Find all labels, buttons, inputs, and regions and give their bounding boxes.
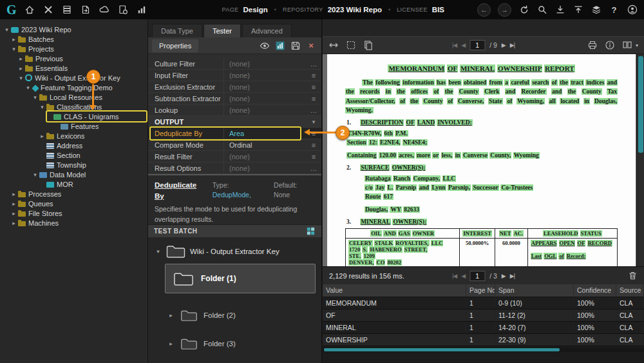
tab-tester[interactable]: Tester	[204, 24, 241, 37]
property-row-result-filter[interactable]: Result Filter(none)≡	[148, 151, 321, 162]
download-icon[interactable]	[554, 5, 565, 15]
expand-icon[interactable]: ▸	[39, 133, 46, 139]
ellipsis-icon[interactable]: …	[306, 164, 321, 172]
refresh-icon[interactable]	[518, 5, 529, 15]
batch-grid-icon[interactable]	[306, 226, 316, 236]
property-value[interactable]: (none)	[224, 93, 306, 104]
copy-pages-icon[interactable]	[363, 40, 374, 50]
tree-item-projects[interactable]: ▾Projects	[0, 44, 147, 54]
expand-icon[interactable]: ▸	[17, 55, 24, 62]
export-icon[interactable]	[80, 5, 91, 15]
home-icon[interactable]	[24, 5, 35, 15]
tree-item-features[interactable]: Features	[0, 121, 147, 131]
results-row[interactable]: MEMORANDUM10-9 (10)100%CLA	[323, 297, 644, 309]
next-result-page-icon[interactable]: ▶	[502, 273, 506, 279]
tree-item-2023-wiki-repo[interactable]: ▾2023 Wiki Repo	[0, 25, 147, 34]
property-value[interactable]: (none)	[224, 70, 306, 81]
tree-item-processes[interactable]: ▸Processes	[0, 189, 147, 199]
results-h-scrollbar[interactable]	[323, 348, 644, 352]
property-value[interactable]: (none)	[224, 58, 306, 69]
fit-width-icon[interactable]	[328, 40, 339, 50]
results-row[interactable]: MINERAL114-20 (7)100%CLA	[323, 322, 644, 334]
close-icon[interactable]: ×	[306, 41, 316, 51]
ellipsis-icon[interactable]: …	[306, 60, 321, 68]
tree-item-section[interactable]: Section	[0, 150, 147, 160]
results-row[interactable]: OF111-12 (2)100%CLA	[323, 309, 644, 322]
last-result-page-icon[interactable]: ▶|	[510, 273, 515, 279]
test-batch-folder-3[interactable]: ▸Folder (3)	[167, 337, 316, 350]
tree-item-queues[interactable]: ▸Queues	[0, 199, 147, 208]
menu-icon[interactable]: ≡	[306, 153, 321, 161]
property-row-culture-filter[interactable]: Culture Filter(none)…	[148, 58, 321, 70]
tree-item-address[interactable]: Address	[0, 141, 147, 150]
property-row-result-options[interactable]: Result Options(none)…	[148, 162, 321, 174]
tree-item-local-resources[interactable]: ▾Local Resources	[0, 92, 147, 102]
property-row-subtraction-extractor[interactable]: Subtraction Extractor(none)≡	[148, 93, 321, 104]
tree-item-township[interactable]: Township	[0, 160, 147, 170]
process-icon[interactable]	[118, 5, 129, 15]
expand-icon[interactable]: ▸	[10, 191, 17, 197]
scrollbar-thumb[interactable]	[324, 348, 560, 351]
collapse-icon[interactable]: ▾	[17, 75, 24, 81]
repository-value[interactable]: 2023 Wiki Repo	[328, 6, 382, 14]
menu-icon[interactable]: ≡	[306, 83, 321, 91]
tab-advanced[interactable]: Advanced	[242, 24, 292, 37]
expand-icon[interactable]: ▸	[10, 36, 17, 43]
collapse-icon[interactable]: ▾	[306, 119, 321, 125]
property-value[interactable]: (none)	[224, 104, 306, 115]
document-scrollbar[interactable]	[636, 54, 644, 266]
collapse-icon[interactable]: ▾	[39, 104, 46, 110]
tree-item-essentials[interactable]: ▸Essentials	[0, 63, 147, 73]
document-viewer[interactable]: MEMORANDUM OF MINERAL OWNERSHIP REPORTTh…	[323, 54, 644, 266]
tree-item-feature-tagging-demo[interactable]: ▾Feature Tagging Demo	[0, 83, 147, 92]
user-icon[interactable]	[627, 5, 638, 15]
chevron-down-icon[interactable]: ▾	[636, 43, 638, 48]
help-icon[interactable]: ?	[609, 5, 620, 15]
back-button[interactable]: ←	[477, 3, 491, 17]
first-page-icon[interactable]: |◀	[452, 42, 457, 48]
eye-icon[interactable]	[260, 41, 270, 51]
collapse-icon[interactable]: ▾	[155, 248, 162, 255]
search-icon[interactable]	[536, 5, 547, 15]
collapse-icon[interactable]: ▾	[24, 84, 32, 91]
next-page-icon[interactable]: ▶	[502, 42, 506, 48]
tree-item-data-model[interactable]: ▾Data Model	[0, 170, 147, 179]
scrollbar-thumb[interactable]	[638, 56, 643, 153]
stats-icon[interactable]	[137, 5, 147, 15]
tree-item-wiki-output-extractor-key[interactable]: ▾Wiki - Output Extractor Key	[0, 73, 147, 83]
property-value[interactable]: (none)	[224, 162, 306, 173]
expand-icon[interactable]: ▸	[10, 220, 17, 226]
tree-item-batches[interactable]: ▸Batches	[0, 34, 147, 44]
prev-page-icon[interactable]: ◀	[461, 42, 465, 48]
save-icon[interactable]	[290, 41, 301, 51]
page-value[interactable]: Design	[243, 6, 268, 14]
ellipsis-icon[interactable]: …	[306, 106, 321, 114]
property-row-lookup[interactable]: Lookup(none)…	[148, 104, 321, 116]
batches-icon[interactable]	[62, 5, 73, 15]
result-page-input[interactable]: 1	[469, 271, 485, 281]
property-value[interactable]: Ordinal	[224, 139, 306, 150]
layers-icon[interactable]	[591, 5, 601, 15]
tab-data-type[interactable]: Data Type	[152, 24, 202, 37]
menu-icon[interactable]: ≡	[306, 141, 321, 149]
expand-icon[interactable]: ▸	[167, 312, 175, 319]
collapse-icon[interactable]: ▾	[10, 46, 17, 52]
tools-icon[interactable]	[43, 5, 54, 15]
info-icon[interactable]	[605, 40, 615, 50]
results-row[interactable]: OWNERSHIP122-30 (9)100%CLA	[323, 334, 644, 346]
tree-item-previous[interactable]: ▸Previous	[0, 54, 147, 63]
tree-item-lexicons[interactable]: ▸Lexicons	[0, 131, 147, 141]
test-batch-folder-1[interactable]: Folder (1)	[165, 264, 316, 293]
results-header-confidence[interactable]: Confidence	[574, 284, 616, 297]
expand-icon[interactable]: ▸	[10, 201, 17, 207]
select-region-icon[interactable]	[346, 40, 356, 50]
menu-icon[interactable]: ≡	[306, 72, 321, 79]
upload-icon[interactable]	[573, 5, 583, 15]
test-batch-folder-2[interactable]: ▸Folder (2)	[167, 309, 316, 322]
test-batch-root[interactable]: ▾ Wiki - Output Extractor Key	[155, 244, 316, 259]
cloud-icon[interactable]	[99, 5, 110, 15]
tree-item-file-stores[interactable]: ▸File Stores	[0, 208, 147, 218]
expand-icon[interactable]: ▸	[167, 340, 175, 347]
first-result-page-icon[interactable]: |◀	[452, 273, 457, 279]
tree-item-machines[interactable]: ▸Machines	[0, 218, 147, 228]
